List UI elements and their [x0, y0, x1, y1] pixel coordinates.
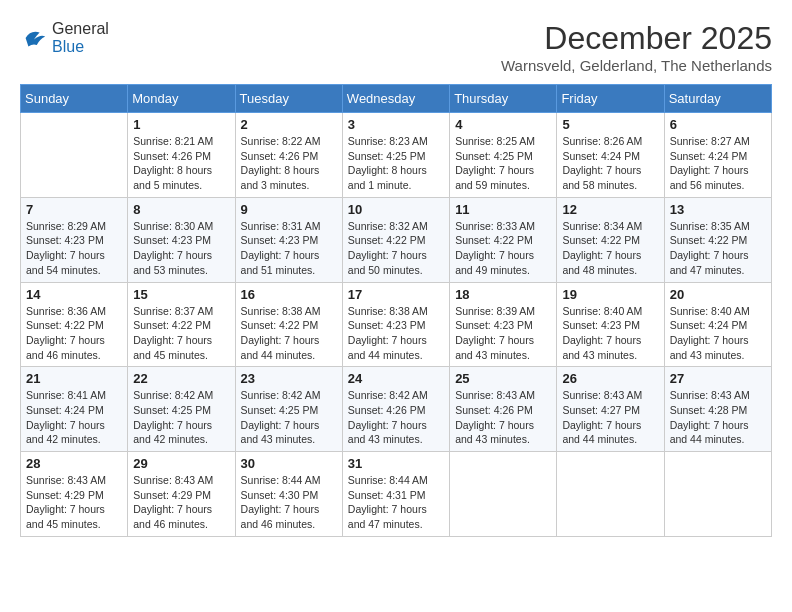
- day-number: 15: [133, 287, 229, 302]
- logo: General Blue: [20, 20, 109, 56]
- day-number: 20: [670, 287, 766, 302]
- day-info: Sunrise: 8:31 AM Sunset: 4:23 PM Dayligh…: [241, 219, 337, 278]
- day-info: Sunrise: 8:34 AM Sunset: 4:22 PM Dayligh…: [562, 219, 658, 278]
- calendar-cell: 4Sunrise: 8:25 AM Sunset: 4:25 PM Daylig…: [450, 113, 557, 198]
- day-number: 27: [670, 371, 766, 386]
- day-number: 9: [241, 202, 337, 217]
- day-number: 19: [562, 287, 658, 302]
- calendar-cell: 19Sunrise: 8:40 AM Sunset: 4:23 PM Dayli…: [557, 282, 664, 367]
- day-info: Sunrise: 8:39 AM Sunset: 4:23 PM Dayligh…: [455, 304, 551, 363]
- calendar-cell: 2Sunrise: 8:22 AM Sunset: 4:26 PM Daylig…: [235, 113, 342, 198]
- calendar-cell: 15Sunrise: 8:37 AM Sunset: 4:22 PM Dayli…: [128, 282, 235, 367]
- calendar-cell: 12Sunrise: 8:34 AM Sunset: 4:22 PM Dayli…: [557, 197, 664, 282]
- day-number: 17: [348, 287, 444, 302]
- calendar-cell: 22Sunrise: 8:42 AM Sunset: 4:25 PM Dayli…: [128, 367, 235, 452]
- day-info: Sunrise: 8:35 AM Sunset: 4:22 PM Dayligh…: [670, 219, 766, 278]
- calendar-cell: 16Sunrise: 8:38 AM Sunset: 4:22 PM Dayli…: [235, 282, 342, 367]
- day-info: Sunrise: 8:43 AM Sunset: 4:27 PM Dayligh…: [562, 388, 658, 447]
- calendar-cell: 11Sunrise: 8:33 AM Sunset: 4:22 PM Dayli…: [450, 197, 557, 282]
- day-number: 26: [562, 371, 658, 386]
- calendar-cell: 17Sunrise: 8:38 AM Sunset: 4:23 PM Dayli…: [342, 282, 449, 367]
- day-info: Sunrise: 8:26 AM Sunset: 4:24 PM Dayligh…: [562, 134, 658, 193]
- calendar-cell: 30Sunrise: 8:44 AM Sunset: 4:30 PM Dayli…: [235, 452, 342, 537]
- calendar-cell: 31Sunrise: 8:44 AM Sunset: 4:31 PM Dayli…: [342, 452, 449, 537]
- day-number: 16: [241, 287, 337, 302]
- day-number: 30: [241, 456, 337, 471]
- calendar-cell: 21Sunrise: 8:41 AM Sunset: 4:24 PM Dayli…: [21, 367, 128, 452]
- day-number: 13: [670, 202, 766, 217]
- title-area: December 2025 Warnsveld, Gelderland, The…: [501, 20, 772, 74]
- day-info: Sunrise: 8:22 AM Sunset: 4:26 PM Dayligh…: [241, 134, 337, 193]
- calendar-cell: [557, 452, 664, 537]
- day-number: 22: [133, 371, 229, 386]
- day-info: Sunrise: 8:23 AM Sunset: 4:25 PM Dayligh…: [348, 134, 444, 193]
- day-number: 23: [241, 371, 337, 386]
- calendar-cell: [664, 452, 771, 537]
- calendar-week-row: 1Sunrise: 8:21 AM Sunset: 4:26 PM Daylig…: [21, 113, 772, 198]
- calendar-header-row: SundayMondayTuesdayWednesdayThursdayFrid…: [21, 85, 772, 113]
- day-number: 7: [26, 202, 122, 217]
- day-info: Sunrise: 8:42 AM Sunset: 4:25 PM Dayligh…: [241, 388, 337, 447]
- day-info: Sunrise: 8:41 AM Sunset: 4:24 PM Dayligh…: [26, 388, 122, 447]
- day-info: Sunrise: 8:32 AM Sunset: 4:22 PM Dayligh…: [348, 219, 444, 278]
- day-info: Sunrise: 8:38 AM Sunset: 4:22 PM Dayligh…: [241, 304, 337, 363]
- day-number: 5: [562, 117, 658, 132]
- calendar-cell: 18Sunrise: 8:39 AM Sunset: 4:23 PM Dayli…: [450, 282, 557, 367]
- calendar-cell: 14Sunrise: 8:36 AM Sunset: 4:22 PM Dayli…: [21, 282, 128, 367]
- day-info: Sunrise: 8:33 AM Sunset: 4:22 PM Dayligh…: [455, 219, 551, 278]
- calendar-cell: [450, 452, 557, 537]
- calendar-cell: 10Sunrise: 8:32 AM Sunset: 4:22 PM Dayli…: [342, 197, 449, 282]
- calendar-week-row: 14Sunrise: 8:36 AM Sunset: 4:22 PM Dayli…: [21, 282, 772, 367]
- day-number: 3: [348, 117, 444, 132]
- column-header-tuesday: Tuesday: [235, 85, 342, 113]
- calendar-cell: [21, 113, 128, 198]
- calendar-cell: 27Sunrise: 8:43 AM Sunset: 4:28 PM Dayli…: [664, 367, 771, 452]
- day-info: Sunrise: 8:29 AM Sunset: 4:23 PM Dayligh…: [26, 219, 122, 278]
- calendar-table: SundayMondayTuesdayWednesdayThursdayFrid…: [20, 84, 772, 537]
- logo-text: General Blue: [52, 20, 109, 56]
- location-subtitle: Warnsveld, Gelderland, The Netherlands: [501, 57, 772, 74]
- day-number: 21: [26, 371, 122, 386]
- month-title: December 2025: [501, 20, 772, 57]
- calendar-cell: 6Sunrise: 8:27 AM Sunset: 4:24 PM Daylig…: [664, 113, 771, 198]
- page-header: General Blue December 2025 Warnsveld, Ge…: [20, 20, 772, 74]
- column-header-thursday: Thursday: [450, 85, 557, 113]
- column-header-wednesday: Wednesday: [342, 85, 449, 113]
- day-info: Sunrise: 8:42 AM Sunset: 4:26 PM Dayligh…: [348, 388, 444, 447]
- day-number: 1: [133, 117, 229, 132]
- day-info: Sunrise: 8:43 AM Sunset: 4:29 PM Dayligh…: [26, 473, 122, 532]
- day-info: Sunrise: 8:43 AM Sunset: 4:28 PM Dayligh…: [670, 388, 766, 447]
- day-info: Sunrise: 8:37 AM Sunset: 4:22 PM Dayligh…: [133, 304, 229, 363]
- calendar-cell: 26Sunrise: 8:43 AM Sunset: 4:27 PM Dayli…: [557, 367, 664, 452]
- column-header-friday: Friday: [557, 85, 664, 113]
- day-info: Sunrise: 8:43 AM Sunset: 4:29 PM Dayligh…: [133, 473, 229, 532]
- calendar-cell: 7Sunrise: 8:29 AM Sunset: 4:23 PM Daylig…: [21, 197, 128, 282]
- logo-general: General: [52, 20, 109, 38]
- day-number: 31: [348, 456, 444, 471]
- day-info: Sunrise: 8:36 AM Sunset: 4:22 PM Dayligh…: [26, 304, 122, 363]
- calendar-cell: 3Sunrise: 8:23 AM Sunset: 4:25 PM Daylig…: [342, 113, 449, 198]
- logo-blue: Blue: [52, 38, 109, 56]
- day-info: Sunrise: 8:44 AM Sunset: 4:30 PM Dayligh…: [241, 473, 337, 532]
- calendar-cell: 24Sunrise: 8:42 AM Sunset: 4:26 PM Dayli…: [342, 367, 449, 452]
- day-info: Sunrise: 8:21 AM Sunset: 4:26 PM Dayligh…: [133, 134, 229, 193]
- column-header-saturday: Saturday: [664, 85, 771, 113]
- calendar-cell: 20Sunrise: 8:40 AM Sunset: 4:24 PM Dayli…: [664, 282, 771, 367]
- day-number: 11: [455, 202, 551, 217]
- calendar-cell: 28Sunrise: 8:43 AM Sunset: 4:29 PM Dayli…: [21, 452, 128, 537]
- calendar-cell: 13Sunrise: 8:35 AM Sunset: 4:22 PM Dayli…: [664, 197, 771, 282]
- calendar-cell: 1Sunrise: 8:21 AM Sunset: 4:26 PM Daylig…: [128, 113, 235, 198]
- day-number: 14: [26, 287, 122, 302]
- calendar-week-row: 21Sunrise: 8:41 AM Sunset: 4:24 PM Dayli…: [21, 367, 772, 452]
- day-number: 24: [348, 371, 444, 386]
- calendar-week-row: 7Sunrise: 8:29 AM Sunset: 4:23 PM Daylig…: [21, 197, 772, 282]
- calendar-cell: 25Sunrise: 8:43 AM Sunset: 4:26 PM Dayli…: [450, 367, 557, 452]
- calendar-cell: 8Sunrise: 8:30 AM Sunset: 4:23 PM Daylig…: [128, 197, 235, 282]
- day-number: 8: [133, 202, 229, 217]
- calendar-cell: 9Sunrise: 8:31 AM Sunset: 4:23 PM Daylig…: [235, 197, 342, 282]
- calendar-cell: 23Sunrise: 8:42 AM Sunset: 4:25 PM Dayli…: [235, 367, 342, 452]
- day-info: Sunrise: 8:25 AM Sunset: 4:25 PM Dayligh…: [455, 134, 551, 193]
- day-number: 6: [670, 117, 766, 132]
- calendar-cell: 29Sunrise: 8:43 AM Sunset: 4:29 PM Dayli…: [128, 452, 235, 537]
- column-header-sunday: Sunday: [21, 85, 128, 113]
